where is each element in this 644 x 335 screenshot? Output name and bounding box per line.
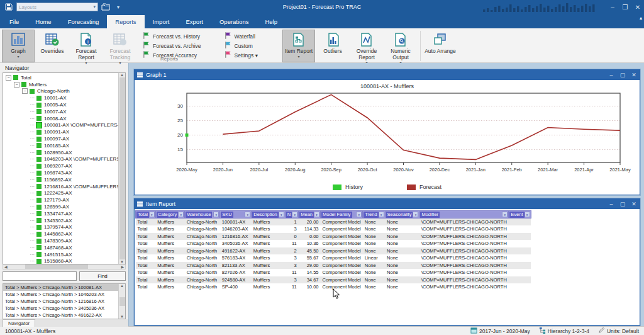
custom-button[interactable]: Custom (224, 41, 278, 50)
layouts-combobox[interactable]: Layouts ▾ (16, 3, 98, 11)
chevron-down-icon[interactable]: ▾ (93, 4, 96, 9)
tree-item-100081-ax[interactable]: 100081-AX \COMP=MUFFLERS-CH (3, 122, 118, 129)
close-icon[interactable]: ✕ (628, 200, 640, 208)
filter-dropdown-icon[interactable]: ▾ (149, 212, 155, 217)
history-item[interactable]: Total > Mufflers > Chicago-North > 10008… (3, 284, 118, 291)
history-item[interactable]: Total > Mufflers > Chicago-North > 49162… (3, 312, 118, 319)
settings-button[interactable]: Settings ▾ (224, 50, 278, 60)
tab-file[interactable]: File (1, 15, 27, 28)
tree-item-1046203-ax[interactable]: 1046203-AX \COMP=MUFFLERS-C (3, 156, 118, 163)
tab-help[interactable]: Help (257, 15, 286, 28)
scrollbar-thumb[interactable] (119, 77, 125, 259)
table-row[interactable]: TotalMufflersChicago-North821133-AXMuffl… (136, 262, 531, 270)
tree-item-total[interactable]: −Total (3, 74, 118, 81)
minimize-icon[interactable]: – (606, 1, 619, 13)
find-input[interactable] (3, 271, 77, 281)
tree-item-1491515-ax[interactable]: 1491515-AX (3, 251, 118, 258)
table-row[interactable]: TotalMufflersChicago-North100081-AXMuffl… (136, 219, 531, 226)
tree-item-1156892-ax[interactable]: 1156892-AX (3, 176, 118, 183)
navigator-tab[interactable]: Navigator (3, 319, 35, 327)
column-header-trend[interactable]: Trend▾ (363, 211, 385, 219)
forecast-vs-history-button[interactable]: Forecast vs. History (142, 31, 221, 41)
tree-vertical-scrollbar[interactable]: ▲ ▼ (118, 73, 125, 264)
collapse-ribbon-icon[interactable]: ▴ (640, 15, 642, 21)
window-menu-icon[interactable] (137, 202, 143, 207)
filter-dropdown-icon[interactable]: ▾ (245, 212, 250, 217)
scroll-up-icon[interactable]: ▲ (120, 73, 124, 77)
history-item[interactable]: Total > Mufflers > Chicago-North > 10462… (3, 291, 118, 298)
filter-dropdown-icon[interactable]: ▾ (356, 212, 362, 217)
layout-folder-icon[interactable] (101, 3, 111, 11)
table-row[interactable]: TotalMufflersChicago-North1216816-AXMuff… (136, 233, 531, 241)
graph-window-titlebar[interactable]: Graph 1 – ▢ ✕ (135, 70, 640, 80)
scrollbar-thumb[interactable] (119, 297, 125, 306)
tree-expander-icon[interactable]: − (22, 88, 28, 94)
tree-item-1069207-ax[interactable]: 1069207-AX (3, 162, 118, 169)
column-header-description[interactable]: Description▾ (252, 211, 286, 219)
filter-dropdown-icon[interactable]: ▾ (279, 212, 284, 217)
filter-dropdown-icon[interactable]: ▾ (525, 212, 530, 217)
maximize-icon[interactable]: ▢ (617, 200, 628, 208)
column-header-warehouse[interactable]: Warehouse▾ (185, 211, 220, 219)
tree-item-128599-ax[interactable]: 128599-AX (3, 203, 118, 210)
tree-item-100097-ax[interactable]: 100097-AX (3, 135, 118, 142)
minimize-icon[interactable]: – (606, 71, 617, 79)
column-header-model-family[interactable]: Model Family▾ (320, 211, 362, 219)
close-icon[interactable]: ✕ (628, 71, 640, 79)
filter-dropdown-icon[interactable]: ▾ (502, 212, 508, 217)
filter-dropdown-icon[interactable]: ▾ (292, 212, 297, 217)
filter-dropdown-icon[interactable]: ▾ (178, 212, 184, 217)
tree-horizontal-scrollbar[interactable]: ◀ ▶ (3, 264, 126, 270)
tree-item-chicago-north[interactable]: −Chicago-North (3, 88, 118, 95)
window-menu-icon[interactable] (137, 72, 143, 77)
tree-item-100091-ax[interactable]: 100091-AX (3, 128, 118, 135)
tab-reports[interactable]: Reports (107, 15, 144, 28)
find-button[interactable]: Find (79, 271, 126, 281)
filter-dropdown-icon[interactable]: ▾ (213, 212, 219, 217)
filter-dropdown-icon[interactable]: ▾ (413, 212, 418, 217)
history-scrollbar[interactable]: ▲ ▼ (118, 284, 125, 319)
scroll-down-icon[interactable]: ▼ (120, 315, 124, 319)
forecast-report-button[interactable]: iForecast Report ▾ (70, 30, 103, 62)
outliers-button[interactable]: Outliers (316, 30, 349, 62)
scroll-up-icon[interactable]: ▲ (120, 284, 124, 288)
waterfall-button[interactable]: Waterfall (224, 31, 278, 41)
tree-item-10008-ax[interactable]: 10008-AX (3, 115, 118, 122)
tree-item-10001-ax[interactable]: 10001-AX (3, 94, 118, 101)
tab-export[interactable]: Export (178, 15, 211, 28)
forecast-vs-archive-button[interactable]: Forecast vs. Archive (142, 41, 221, 50)
tree-item-1478309-ax[interactable]: 1478309-AX (3, 237, 118, 244)
column-header-total[interactable]: Total▾ (136, 211, 156, 219)
history-item[interactable]: Total > Mufflers > Chicago-North > 34050… (3, 305, 118, 312)
tab-forecasting[interactable]: Forecasting (60, 15, 108, 28)
tree-item-1098743-ax[interactable]: 1098743-AX (3, 169, 118, 176)
column-header-category[interactable]: Category▾ (155, 211, 184, 219)
tree-item-100185-ax[interactable]: 100185-AX (3, 142, 118, 149)
close-icon[interactable]: ✕ (631, 1, 644, 13)
overrides-button[interactable]: Overrides (36, 30, 69, 62)
tree-item-1515868-ax[interactable]: 1515868-AX (3, 258, 118, 264)
column-header-sku[interactable]: SKU▾ (220, 211, 252, 219)
table-row[interactable]: TotalMufflersChicago-North576183-AXMuffl… (136, 254, 531, 262)
auto-arrange-button[interactable]: Auto Arrange (424, 30, 457, 62)
forecast-accuracy-button[interactable]: Forecast Accuracy (142, 50, 221, 60)
table-row[interactable]: TotalMufflersChicago-North1046203-AXMuff… (136, 225, 531, 233)
tree-item-1445862-ax[interactable]: 1445862-AX (3, 230, 118, 237)
tree-item-1028950-ax[interactable]: 1028950-AX (3, 149, 118, 156)
item-report-button[interactable]: Item Report ▾ (282, 30, 315, 62)
table-row[interactable]: TotalMufflersChicago-North924580-AXMuffl… (136, 276, 531, 284)
history-item[interactable]: Total > Mufflers > Chicago-North > 12168… (3, 298, 118, 305)
tree-item-1379574-ax[interactable]: 1379574-AX (3, 224, 118, 231)
tree-item-1222425-ax[interactable]: 1222425-AX (3, 190, 118, 197)
table-row[interactable]: TotalMufflersChicago-North491622-AXMuffl… (136, 247, 531, 255)
column-header-modifier[interactable]: Modifier▾ (419, 211, 509, 219)
scroll-left-icon[interactable]: ◀ (3, 264, 8, 269)
tree-item-1216816-ax[interactable]: 1216816-AX \COMP=MUFFLERS-C (3, 183, 118, 190)
table-row[interactable]: TotalMufflersChicago-NorthSP-400Mufflers… (136, 283, 531, 291)
filter-dropdown-icon[interactable]: ▾ (314, 212, 319, 217)
column-header-mean[interactable]: Mean▾ (299, 211, 321, 219)
column-header-seasonality[interactable]: Seasonality▾ (385, 211, 419, 219)
tree-item-mufflers[interactable]: −Mufflers (3, 81, 118, 88)
tab-home[interactable]: Home (27, 15, 59, 28)
tree-item-10005-ax[interactable]: 10005-AX (3, 101, 118, 108)
